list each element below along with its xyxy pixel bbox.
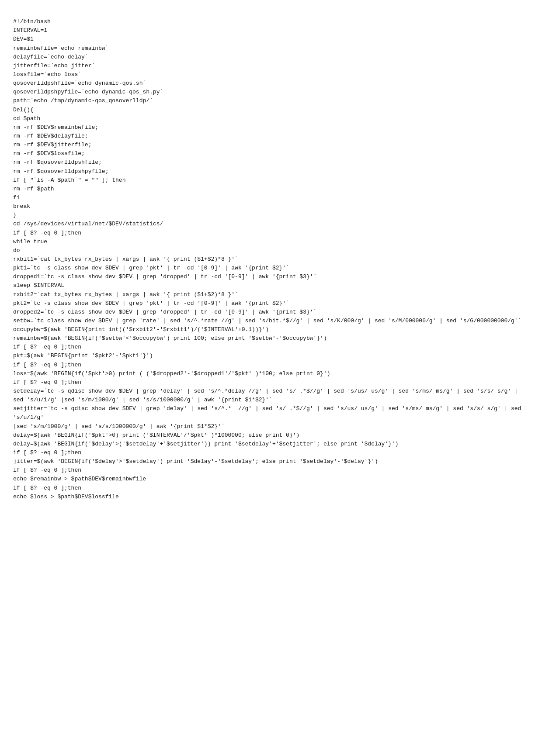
code-line: delay=$(awk 'BEGIN{if('$pkt'>0) print ('…: [13, 431, 529, 440]
code-line: if [ $? -eq 0 ];then: [13, 343, 529, 352]
code-line: path=`echo /tmp/dynamic-qos_qosoverlldp/…: [13, 97, 529, 105]
code-line: if [ $? -eq 0 ];then: [13, 449, 529, 457]
code-line: setdelay=`tc -s qdisc show dev $DEV | gr…: [13, 387, 529, 404]
code-line: if [ $? -eq 0 ];then: [13, 361, 529, 369]
code-line: pkt1=`tc -s class show dev $DEV | grep '…: [13, 264, 529, 273]
code-line: rm -rf $qosoverlldpshpyfile;: [13, 167, 529, 176]
code-line: remainbw=$(awk 'BEGIN{if('$setbw'<'$occu…: [13, 334, 529, 343]
code-line: INTERVAL=1: [13, 26, 529, 35]
code-line: DEV=$1: [13, 35, 529, 44]
code-line: occupybw=$(awk 'BEGIN{print int(('$rxbit…: [13, 325, 529, 334]
code-line: Del(){: [13, 106, 529, 114]
code-line: }: [13, 211, 529, 220]
code-line: rm -rf $path: [13, 185, 529, 193]
code-line: setjitter=`tc -s qdisc show dev $DEV | g…: [13, 404, 529, 422]
code-line: dropped1=`tc -s class show dev $DEV | gr…: [13, 273, 529, 281]
code-line: if [ $? -eq 0 ];then: [13, 378, 529, 387]
code-line: #!/bin/bash: [13, 17, 529, 26]
code-line: delayfile=`echo delay`: [13, 53, 529, 62]
code-line: delay=$(awk 'BEGIN{if('$delay'>('$setdel…: [13, 440, 529, 449]
code-line: setbw=`tc class show dev $DEV | grep 'ra…: [13, 317, 529, 325]
code-line: rm -rf $DEV$delayfile;: [13, 132, 529, 141]
code-line: fi: [13, 193, 529, 202]
code-line: rm -rf $DEV$remainbwfile;: [13, 123, 529, 132]
code-line: dropped2=`tc -s class show dev $DEV | gr…: [13, 308, 529, 317]
code-line: if [ $? -eq 0 ];then: [13, 484, 529, 493]
code-line: lossfile=`echo loss`: [13, 70, 529, 79]
code-line: pkt2=`tc -s class show dev $DEV | grep '…: [13, 299, 529, 308]
code-line: if [ $? -eq 0 ];then: [13, 466, 529, 475]
code-line: if [ "`ls -A $path`" = "" ]; then: [13, 176, 529, 185]
code-line: |sed 's/m/1000/g' | sed 's/s/1000000/g' …: [13, 422, 529, 431]
code-line: loss=$(awk 'BEGIN{if('$pkt'>0) print ( (…: [13, 369, 529, 378]
code-line: pkt=$(awk 'BEGIN{print '$pkt2'-'$pkt1'}'…: [13, 352, 529, 360]
code-line: qosoverlldpshfile=`echo dynamic-qos.sh`: [13, 79, 529, 88]
code-line: do: [13, 246, 529, 255]
code-line: echo $loss > $path$DEV$lossfile: [13, 493, 529, 501]
code-line: rxbit2=`cat tx_bytes rx_bytes | xargs | …: [13, 290, 529, 299]
code-line: cd $path: [13, 114, 529, 123]
code-line: rm -rf $DEV$jitterfile;: [13, 141, 529, 149]
code-line: rm -rf $DEV$lossfile;: [13, 149, 529, 158]
code-line: if [ $? -eq 0 ];then: [13, 229, 529, 238]
code-line: jitterfile=`echo jitter`: [13, 62, 529, 70]
code-line: qosoverlldpshpyfile=`echo dynamic-qos_sh…: [13, 88, 529, 97]
code-line: sleep $INTERVAL: [13, 281, 529, 290]
code-line: jitter=$(awk 'BEGIN{if('$delay'>'$setdel…: [13, 457, 529, 466]
code-line: break: [13, 202, 529, 211]
code-line: rm -rf $qosoverlldpshfile;: [13, 158, 529, 167]
code-line: cd /sys/devices/virtual/net/$DEV/statist…: [13, 220, 529, 228]
code-line: echo $remainbw > $path$DEV$remainbwfile: [13, 475, 529, 483]
code-line: while true: [13, 238, 529, 246]
code-content: #!/bin/bashINTERVAL=1DEV=$1remainbwfile=…: [13, 9, 529, 501]
code-line: rxbit1=`cat tx_bytes rx_bytes | xargs | …: [13, 255, 529, 264]
code-line: remainbwfile=`echo remainbw`: [13, 44, 529, 53]
